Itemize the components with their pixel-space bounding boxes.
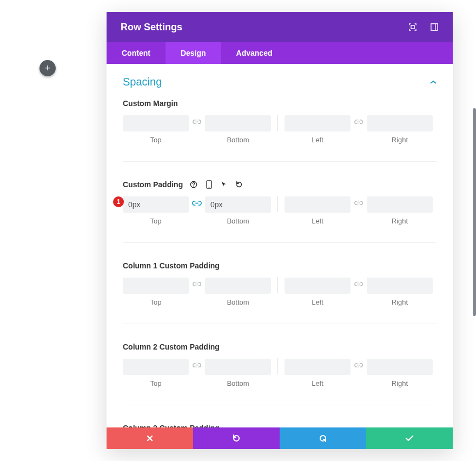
save-button[interactable] — [366, 427, 453, 449]
panel-header: Row Settings — [107, 12, 453, 42]
group-label-col1: Column 1 Custom Padding — [123, 261, 437, 270]
col1-right-input[interactable] — [367, 278, 433, 294]
label-top: Top — [123, 379, 189, 387]
col1-top-input[interactable] — [123, 278, 189, 294]
label-bottom: Bottom — [205, 298, 271, 306]
link-tb-icon[interactable] — [192, 281, 202, 287]
col2-right-input[interactable] — [367, 359, 433, 375]
tab-design[interactable]: Design — [166, 42, 221, 64]
label-bottom: Bottom — [205, 379, 271, 387]
chevron-up-icon — [430, 80, 437, 84]
panel-content: Spacing Custom Margin Top Bottom Left Ri… — [107, 64, 453, 427]
col2-left-input[interactable] — [285, 359, 351, 375]
group-label-col2: Column 2 Custom Padding — [123, 343, 437, 351]
group-col1-padding: Column 1 Custom Padding Top Bottom Left … — [123, 261, 437, 324]
label-top: Top — [123, 136, 189, 144]
group-label-col3: Column 3 Custom Padding — [123, 424, 437, 427]
group-custom-padding: Custom Padding 1 Top Bottom Left — [123, 180, 437, 243]
callout-badge-1: 1 — [113, 196, 124, 207]
margin-bottom-input[interactable] — [205, 115, 271, 131]
scrollbar[interactable] — [473, 108, 476, 316]
svg-rect-1 — [431, 24, 438, 30]
snap-icon[interactable] — [430, 23, 439, 31]
margin-right-input[interactable] — [367, 115, 433, 131]
expand-icon[interactable] — [408, 23, 417, 31]
link-tb-icon[interactable] — [192, 119, 202, 124]
link-lr-icon[interactable] — [354, 281, 363, 287]
redo-button[interactable] — [280, 427, 366, 449]
label-left: Left — [285, 298, 351, 306]
undo-button[interactable] — [193, 427, 280, 449]
padding-bottom-input[interactable] — [205, 196, 271, 213]
group-custom-margin: Custom Margin Top Bottom Left Right — [123, 99, 437, 162]
link-tb-icon[interactable] — [192, 200, 202, 206]
label-bottom: Bottom — [205, 217, 271, 225]
label-left: Left — [285, 136, 351, 144]
svg-rect-0 — [411, 25, 414, 29]
label-right: Right — [367, 298, 433, 306]
help-icon[interactable] — [189, 181, 198, 188]
link-lr-icon[interactable] — [354, 119, 363, 124]
close-icon — [146, 434, 154, 442]
separator — [277, 277, 278, 293]
group-col3-padding: Column 3 Custom Padding Top Bottom Left … — [123, 424, 437, 427]
panel-footer — [107, 427, 453, 449]
group-label-custom-margin: Custom Margin — [123, 99, 437, 108]
hover-icon[interactable] — [220, 181, 228, 188]
section-title: Spacing — [123, 76, 162, 88]
phone-icon[interactable] — [204, 180, 213, 189]
col2-bottom-input[interactable] — [205, 359, 271, 375]
separator — [277, 358, 278, 374]
padding-inputs: 1 Top Bottom Left Right — [123, 196, 437, 225]
group-col2-padding: Column 2 Custom Padding Top Bottom Left … — [123, 343, 437, 405]
col1-left-input[interactable] — [285, 278, 351, 294]
group-label-custom-padding: Custom Padding — [123, 180, 437, 189]
col1-inputs: Top Bottom Left Right — [123, 278, 437, 306]
settings-panel: Row Settings Content Design Advanced Spa… — [107, 12, 453, 449]
label-top: Top — [123, 298, 189, 306]
margin-top-input[interactable] — [123, 115, 189, 131]
tab-advanced[interactable]: Advanced — [221, 42, 288, 64]
cancel-button[interactable] — [107, 427, 193, 449]
padding-left-input[interactable] — [285, 196, 351, 213]
section-header[interactable]: Spacing — [123, 76, 437, 88]
plus-icon: + — [45, 63, 51, 74]
link-lr-icon[interactable] — [354, 200, 363, 206]
col2-inputs: Top Bottom Left Right — [123, 359, 437, 387]
link-tb-icon[interactable] — [192, 363, 202, 368]
reset-icon[interactable] — [235, 181, 243, 188]
margin-left-input[interactable] — [285, 115, 351, 131]
tabs: Content Design Advanced — [107, 42, 453, 64]
svg-point-8 — [208, 187, 209, 188]
label-right: Right — [367, 379, 433, 387]
label-right: Right — [367, 136, 433, 144]
redo-icon — [319, 434, 327, 443]
label-bottom: Bottom — [205, 136, 271, 144]
col2-top-input[interactable] — [123, 359, 189, 375]
separator — [277, 115, 278, 131]
add-section-button[interactable]: + — [39, 60, 56, 76]
label-left: Left — [285, 379, 351, 387]
padding-right-input[interactable] — [367, 196, 433, 213]
header-actions — [408, 23, 439, 31]
col1-bottom-input[interactable] — [205, 278, 271, 294]
separator — [277, 196, 278, 212]
panel-title: Row Settings — [121, 22, 182, 33]
svg-point-6 — [194, 186, 194, 187]
tab-content[interactable]: Content — [107, 42, 166, 64]
link-lr-icon[interactable] — [354, 363, 363, 368]
label-top: Top — [123, 217, 189, 225]
check-icon — [405, 435, 414, 442]
label-right: Right — [367, 217, 433, 225]
padding-top-input[interactable] — [123, 196, 189, 213]
label-text: Custom Padding — [123, 180, 183, 189]
undo-icon — [232, 434, 241, 443]
label-left: Left — [285, 217, 351, 225]
margin-inputs: Top Bottom Left Right — [123, 115, 437, 144]
